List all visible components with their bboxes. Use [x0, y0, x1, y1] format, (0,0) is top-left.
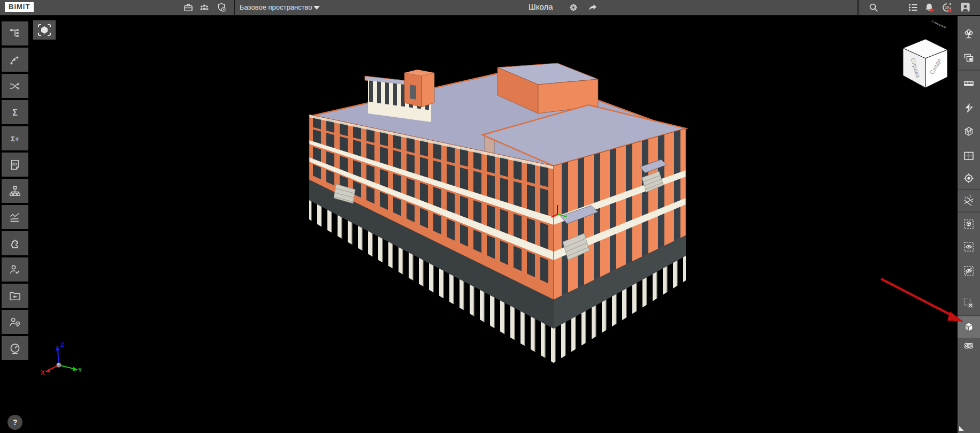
svg-text:2D: 2D [12, 162, 17, 166]
coordination-axes-button[interactable]: 1 2 [958, 191, 980, 212]
svg-text:Σ: Σ [12, 108, 18, 117]
structure-tree-button[interactable] [2, 21, 28, 45]
clash-flash-button[interactable] [958, 97, 980, 118]
right-toolbar-divider [958, 70, 980, 71]
selection-mode-button[interactable] [33, 20, 56, 40]
right-toolbar-divider [958, 315, 980, 316]
svg-text:2: 2 [969, 195, 971, 198]
section-box-icon [963, 126, 975, 138]
account-avatar-icon[interactable] [960, 2, 970, 12]
folder-import-icon [9, 290, 21, 302]
svg-text:Σ+: Σ+ [11, 134, 19, 142]
svg-text:1: 1 [964, 196, 966, 199]
measure-ruler-icon [963, 78, 975, 89]
sum-sigma-add-button[interactable]: Σ+ [2, 126, 28, 150]
nav-cube[interactable]: Справа Сзади Сверху [903, 20, 947, 88]
notifications-badge [930, 9, 933, 12]
nav-cube-face-top[interactable]: Сверху [931, 20, 947, 29]
isolate-object-button[interactable] [958, 214, 980, 235]
hide-object-button[interactable] [958, 260, 980, 282]
links-shuffle-icon [9, 80, 21, 93]
app-logo[interactable]: BiMiT [5, 2, 34, 12]
sheet-2d-button[interactable]: 2D [2, 153, 28, 177]
focus-target-button[interactable] [958, 168, 980, 189]
relations-branch-button[interactable] [2, 48, 28, 72]
floor-plan-icon [963, 150, 975, 162]
model-penthouse [365, 70, 434, 122]
project-title: Школа [529, 2, 553, 11]
right-toolbar-divider [958, 211, 980, 212]
model-tree-button[interactable] [958, 23, 980, 44]
structure-tree-icon [9, 27, 21, 40]
user-approve-icon [9, 263, 21, 276]
axis-gizmo: Z X Y [41, 341, 82, 376]
team-icon[interactable] [199, 2, 210, 13]
selection-sets-button[interactable] [958, 47, 980, 69]
clear-selection-icon [963, 298, 975, 309]
top-bar: BiMiT Базовое пространство Школа [0, 0, 980, 16]
menu-list-icon[interactable] [908, 2, 918, 13]
charts-trend-button[interactable] [2, 205, 28, 229]
sum-sigma-button[interactable]: Σ [2, 100, 28, 124]
top-bar-divider-right [858, 0, 859, 15]
floor-plan-button[interactable] [958, 145, 980, 166]
plugins-puzzle-button[interactable] [2, 231, 28, 255]
user-location-button[interactable] [2, 310, 28, 334]
settings-gear-icon[interactable] [568, 2, 579, 13]
folder-import-button[interactable] [2, 284, 28, 308]
clear-selection-button[interactable] [958, 293, 980, 314]
coordination-axes-icon: 1 2 [963, 195, 975, 207]
links-shuffle-button[interactable] [2, 74, 28, 98]
section-cube-button[interactable] [958, 316, 980, 338]
axis-z-label: Z [60, 341, 64, 348]
selection-sets-icon [963, 52, 975, 64]
dashboard-gauge-button[interactable] [2, 336, 28, 360]
section-box-button[interactable] [958, 121, 980, 142]
notifications-bell-icon[interactable] [924, 2, 935, 13]
sum-sigma-add-icon: Σ+ [9, 132, 21, 145]
shield-clock-icon[interactable] [216, 2, 227, 13]
model-tree-icon [963, 28, 975, 40]
top-bar-divider [234, 0, 235, 15]
right-toolbar: 1 2 [958, 15, 980, 433]
user-location-icon [9, 316, 21, 329]
history-badge [948, 9, 952, 12]
workspace-selector[interactable]: Базовое пространство [240, 3, 312, 11]
hexagon-focus-icon [36, 22, 52, 37]
help-button[interactable]: ? [7, 415, 22, 430]
dashboard-gauge-icon [9, 342, 21, 355]
focus-target-icon [963, 172, 975, 184]
section-cube-icon [963, 321, 975, 333]
show-object-button[interactable] [958, 236, 980, 257]
right-toolbar-divider [958, 189, 980, 190]
axis-y-label: Y [78, 367, 82, 373]
sum-sigma-icon: Σ [9, 106, 21, 119]
toolbar-resize-handle[interactable] [959, 426, 964, 431]
user-approve-button[interactable] [2, 257, 28, 282]
briefcase-icon[interactable] [183, 2, 194, 13]
search-icon[interactable] [868, 2, 879, 13]
orbit-mode-button[interactable] [958, 335, 980, 356]
share-icon[interactable] [587, 2, 598, 13]
hierarchy-sitemap-button[interactable] [2, 179, 28, 203]
relations-branch-icon [9, 54, 21, 66]
hide-object-eye-slash-icon [963, 265, 975, 277]
plugins-puzzle-icon [9, 237, 21, 250]
orbit-mode-icon [963, 340, 975, 352]
isolate-object-icon [963, 218, 975, 230]
chevron-down-icon[interactable] [313, 6, 320, 10]
svg-text:10: 10 [945, 5, 949, 9]
axis-x-label: X [41, 369, 45, 376]
viewport-3d[interactable]: Справа Сзади Сверху Z X Y [0, 0, 980, 433]
show-object-eye-icon [963, 241, 975, 253]
history-clock-icon[interactable]: 10 [941, 2, 952, 13]
charts-trend-icon [9, 211, 21, 224]
model-school[interactable] [309, 63, 687, 363]
sheet-2d-icon: 2D [9, 158, 21, 171]
hierarchy-sitemap-icon [9, 185, 21, 197]
clash-flash-icon [963, 102, 975, 113]
measure-ruler-button[interactable] [958, 73, 980, 94]
